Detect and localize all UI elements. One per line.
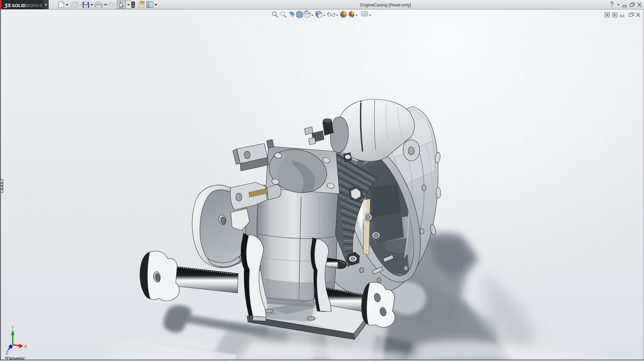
svg-text:Y: Y [11, 325, 14, 330]
svg-text:X: X [24, 344, 27, 349]
svg-text:Z: Z [6, 350, 8, 355]
